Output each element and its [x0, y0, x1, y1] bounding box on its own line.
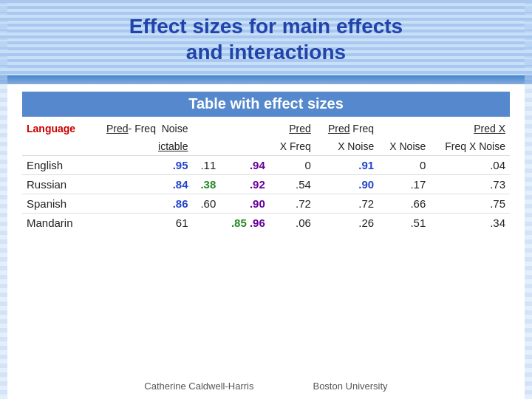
main-title: Effect sizes for main effects and intera… — [15, 13, 517, 65]
russian-pred-x-noise: .90 — [316, 175, 378, 194]
spanish-noise: .90 — [220, 194, 270, 214]
title-line1: Effect sizes for main effects — [129, 15, 403, 38]
russian-freq: .38 — [193, 175, 221, 194]
mandarin-pred-x-noise: .26 — [316, 214, 378, 233]
spanish-freq: .60 — [193, 194, 221, 214]
english-freq-x-noise: 0 — [378, 156, 430, 175]
col-pred-x-noise-sub: X Noise — [316, 137, 378, 156]
english-noise: .94 — [220, 156, 270, 175]
lang-russian: Russian — [22, 175, 89, 194]
english-pred-x-noise: .91 — [316, 156, 378, 175]
spanish-pred: .86 — [89, 194, 193, 214]
spanish-freq-x-noise: .66 — [378, 194, 430, 214]
english-pred-x-freq: 0 — [270, 156, 316, 175]
mandarin-freq — [193, 214, 221, 233]
mandarin-pred-x-freq: .06 — [270, 214, 316, 233]
col-noise-header — [220, 120, 270, 137]
lang-english: English — [22, 156, 89, 175]
russian-pred-x-freq: .54 — [270, 175, 316, 194]
russian-pred: .84 — [89, 175, 193, 194]
col-language: Language — [22, 120, 89, 137]
row-russian: Russian .84 .38 .92 .54 .90 .17 .73 — [22, 175, 510, 194]
stripe-right-decoration — [525, 0, 532, 399]
russian-noise: .92 — [220, 175, 270, 194]
header-row-2: ictable X Freq X Noise X Noise Freq X No… — [22, 137, 510, 156]
mandarin-pred: 61 — [89, 214, 193, 233]
col-lang-sub — [22, 137, 89, 156]
mandarin-freq-x-noise: .51 — [378, 214, 430, 233]
effect-sizes-table: Language Pred- Freq Noise Pred Pred Freq… — [22, 120, 510, 232]
russian-freq-x-noise: .17 — [378, 175, 430, 194]
english-pred-x-all: .04 — [430, 156, 510, 175]
spanish-pred-x-all: .75 — [430, 194, 510, 214]
blue-band-decoration — [0, 75, 532, 84]
col-freq-sub — [193, 137, 221, 156]
col-pred-x-freq: Pred — [270, 120, 316, 137]
row-english: English .95 .11 .94 0 .91 0 .04 — [22, 156, 510, 175]
spanish-pred-x-freq: .72 — [270, 194, 316, 214]
english-freq: .11 — [193, 156, 221, 175]
footer: Catherine Caldwell-Harris Boston Univers… — [0, 375, 532, 399]
lang-spanish: Spanish — [22, 194, 89, 214]
col-pred: Pred- Freq Noise — [89, 120, 193, 137]
english-pred: .95 — [89, 156, 193, 175]
russian-pred-x-all: .73 — [430, 175, 510, 194]
header-area: Effect sizes for main effects and intera… — [0, 0, 532, 75]
author-credit: Catherine Caldwell-Harris — [144, 381, 253, 392]
institution-credit: Boston University — [313, 381, 387, 392]
col-freq-x-noise — [378, 120, 430, 137]
slide: Effect sizes for main effects and intera… — [0, 0, 532, 399]
content-area: Table with effect sizes Language Pred- F… — [0, 84, 532, 375]
col-ictable-sub: ictable — [89, 137, 193, 156]
col-freq-header — [193, 120, 221, 137]
header-row-1: Language Pred- Freq Noise Pred Pred Freq… — [22, 120, 510, 137]
spanish-pred-x-noise: .72 — [316, 194, 378, 214]
row-spanish: Spanish .86 .60 .90 .72 .72 .66 .75 — [22, 194, 510, 214]
mandarin-noise: .85 .96 — [220, 214, 270, 233]
mandarin-pred-x-all: .34 — [430, 214, 510, 233]
lang-mandarin: Mandarin — [22, 214, 89, 233]
col-pred-x-freq-x-noise: Pred X — [430, 120, 510, 137]
col-pred-x-freq-sub: X Freq — [270, 137, 316, 156]
col-freq-x-noise-sub: X Noise — [378, 137, 430, 156]
title-line2: and interactions — [186, 41, 346, 64]
col-noise-sub — [220, 137, 270, 156]
table-title: Table with effect sizes — [22, 92, 510, 117]
stripe-left-decoration — [0, 0, 7, 399]
col-pred-x-noise: Pred Freq — [316, 120, 378, 137]
col-pred-x-all-sub: Freq X Noise — [430, 137, 510, 156]
row-mandarin: Mandarin 61 .85 .96 .06 .26 .51 .34 — [22, 214, 510, 233]
